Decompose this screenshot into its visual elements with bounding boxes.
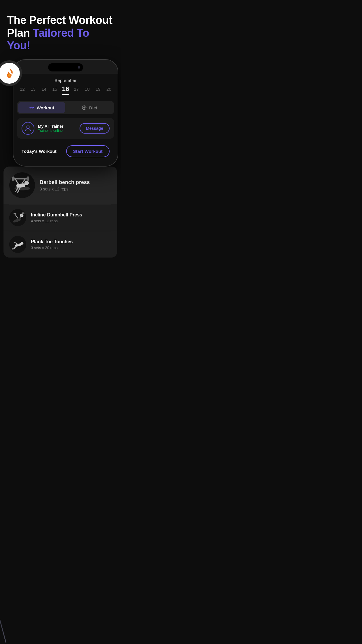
svg-rect-4 — [32, 107, 33, 108]
diet-icon — [82, 105, 87, 110]
exercise-sets-bench-press: 3 sets x 12 reps — [40, 187, 90, 191]
cal-date-15[interactable]: 15 — [51, 87, 59, 92]
svg-rect-10 — [16, 183, 26, 188]
hero-title-line2-white: Plan — [7, 27, 33, 39]
svg-rect-3 — [31, 107, 32, 108]
exercise-thumb-plank — [9, 236, 26, 253]
svg-rect-24 — [14, 213, 17, 214]
phone-screen: September 12 13 14 15 16 17 18 19 20 — [13, 74, 118, 166]
start-workout-button[interactable]: Start Workout — [66, 145, 110, 157]
cal-date-19[interactable]: 19 — [94, 87, 102, 92]
exercise-item-plank[interactable]: Plank Toe Touches 3 sets x 20 reps — [3, 231, 117, 258]
tab-workout[interactable]: Workout — [18, 102, 65, 113]
exercise-info-bench-press: Barbell bench press 3 sets x 12 reps — [40, 179, 90, 191]
exercise-name-bench-press: Barbell bench press — [40, 179, 90, 186]
hero-section: The Perfect Workout Plan Tailored To You… — [0, 0, 121, 59]
phone-notch — [13, 60, 118, 74]
svg-rect-5 — [33, 107, 34, 108]
trainer-avatar — [22, 122, 34, 135]
phone-mockup-wrapper: September 12 13 14 15 16 17 18 19 20 — [0, 59, 121, 258]
exercise-item-featured[interactable]: Barbell bench press 3 sets x 12 reps — [3, 167, 117, 204]
cal-date-18[interactable]: 18 — [83, 87, 91, 92]
hero-title-line1: The Perfect Workout — [7, 14, 112, 26]
svg-point-7 — [27, 126, 29, 128]
trainer-info: My AI Trainer Trainer is online — [22, 122, 63, 135]
exercise-sets-incline: 4 sets x 12 reps — [31, 219, 82, 223]
message-button[interactable]: Message — [80, 123, 110, 134]
exercise-info-incline: Incline Dumbbell Press 4 sets x 12 reps — [31, 212, 82, 223]
cal-date-17[interactable]: 17 — [72, 87, 80, 92]
svg-rect-2 — [30, 107, 31, 108]
tab-diet-label: Diet — [89, 105, 97, 110]
notch-pill — [48, 63, 83, 71]
cal-date-14[interactable]: 14 — [40, 87, 48, 92]
svg-rect-25 — [22, 213, 25, 214]
page-root: The Perfect Workout Plan Tailored To You… — [0, 0, 121, 258]
todays-workout-label: Today's Workout — [22, 149, 57, 154]
trainer-text: My AI Trainer Trainer is online — [38, 124, 63, 133]
incline-press-figure — [9, 209, 26, 226]
hero-title: The Perfect Workout Plan Tailored To You… — [7, 14, 114, 52]
cal-date-12[interactable]: 12 — [18, 87, 27, 92]
cal-date-20[interactable]: 20 — [105, 87, 113, 92]
cal-date-13[interactable]: 13 — [29, 87, 37, 92]
cal-date-16-active[interactable]: 16 — [61, 85, 70, 93]
dumbbell-icon — [29, 105, 34, 110]
trainer-status: Trainer is online — [38, 129, 63, 133]
svg-rect-14 — [13, 178, 28, 180]
svg-point-11 — [24, 181, 29, 185]
exercise-info-plank: Plank Toe Touches 3 sets x 20 reps — [31, 239, 73, 250]
calendar-strip: 12 13 14 15 16 17 18 19 20 — [13, 85, 118, 96]
svg-point-0 — [8, 74, 10, 77]
exercise-list: Barbell bench press 3 sets x 12 reps — [3, 167, 117, 258]
user-icon — [24, 125, 32, 132]
exercise-sets-plank: 3 sets x 20 reps — [31, 246, 73, 250]
flame-icon — [4, 68, 15, 79]
svg-rect-16 — [27, 176, 29, 181]
svg-rect-1 — [29, 107, 30, 108]
exercise-thumb-bench-press — [9, 172, 35, 198]
plank-figure — [9, 236, 26, 253]
exercise-name-plank: Plank Toe Touches — [31, 239, 73, 245]
tab-workout-label: Workout — [37, 105, 55, 110]
trainer-card: My AI Trainer Trainer is online Message — [17, 118, 114, 139]
exercise-thumb-incline — [9, 209, 26, 226]
todays-workout-row: Today's Workout Start Workout — [17, 141, 114, 161]
notch-camera-dot — [78, 66, 80, 69]
svg-point-32 — [12, 249, 13, 250]
exercise-name-incline: Incline Dumbbell Press — [31, 212, 82, 218]
tab-bar: Workout Diet — [17, 101, 114, 114]
trainer-name: My AI Trainer — [38, 124, 63, 129]
phone-frame: September 12 13 14 15 16 17 18 19 20 — [13, 59, 118, 167]
bench-press-figure — [9, 172, 35, 198]
svg-rect-15 — [12, 176, 15, 181]
calendar-month-label: September — [13, 74, 118, 85]
tab-diet[interactable]: Diet — [66, 102, 113, 113]
exercise-item-incline[interactable]: Incline Dumbbell Press 4 sets x 12 reps — [3, 204, 117, 231]
